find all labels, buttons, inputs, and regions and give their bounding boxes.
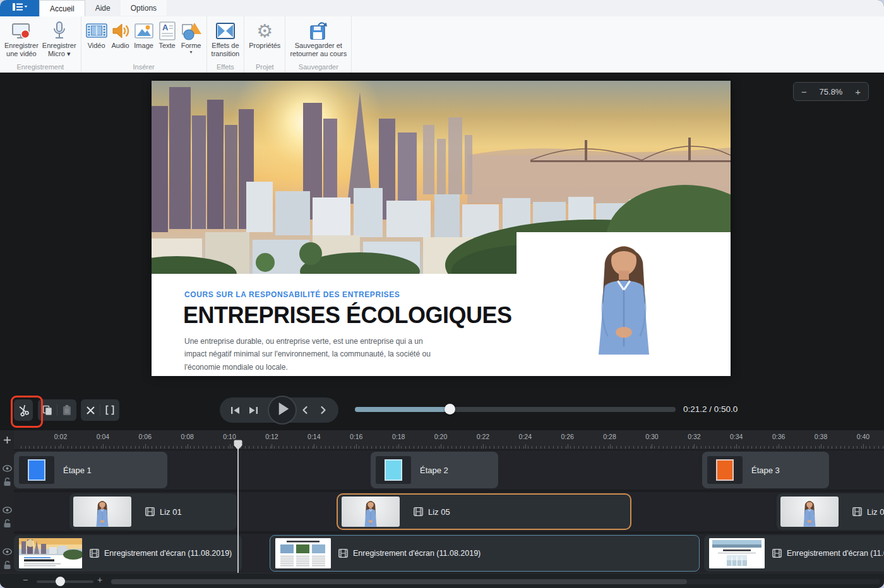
ribbon-button-label: Audio: [112, 42, 129, 50]
edit-group: [38, 399, 76, 421]
clips-layer: Étape 1Étape 2Étape 3 Liz 01 Liz 05 Liz …: [0, 430, 884, 573]
timeline-clip-liz-01[interactable]: Liz 01: [69, 493, 237, 530]
gear-icon: ⚙: [256, 20, 273, 42]
ribbon-button-enregistrer-une-vid-o[interactable]: Enregistrerune vidéo: [3, 18, 40, 58]
slide-preview[interactable]: COURS SUR LA RESPONSABILITÉ DES ENTREPRI…: [152, 81, 731, 376]
ribbon-group-label: Effets: [210, 62, 242, 73]
ribbon-group-sauvegarder: Sauvegarder etretourner au coursSauvegar…: [285, 16, 352, 73]
ribbon-button-vid-o[interactable]: Vidéo: [84, 18, 109, 50]
clip-thumbnail-screen: [19, 538, 82, 568]
film-strip-icon: [86, 20, 107, 42]
play-button[interactable]: [268, 396, 297, 425]
film-icon: [145, 507, 155, 516]
timeline-clip--tape-3[interactable]: Étape 3: [702, 452, 829, 488]
ribbon-button-enregistrer-micro[interactable]: EnregistrerMicro ▾: [40, 18, 78, 58]
timeline-zoom-in-button[interactable]: +: [97, 575, 102, 585]
edit-group: [81, 399, 119, 421]
clip-thumbnail-presenter: [342, 497, 400, 527]
timeline-clip-liz-05[interactable]: Liz 05: [337, 493, 631, 530]
ribbon-group-projet: ⚙PropriétésProjet: [244, 16, 285, 73]
film-icon: [414, 507, 423, 516]
ribbon-button-label: Vidéo: [88, 42, 105, 50]
app-menu-button[interactable]: [0, 0, 39, 16]
seek-bar[interactable]: [355, 407, 676, 412]
save-return-icon: [308, 20, 329, 42]
ribbon-button-audio[interactable]: Audio: [109, 18, 132, 50]
shape-icon: [181, 20, 202, 42]
ribbon-group-label: Sauvegarder: [288, 62, 349, 73]
clip-thumbnail: [707, 456, 743, 484]
shape-color-swatch: [385, 459, 402, 481]
ribbon-button-texte[interactable]: ATexte: [156, 18, 179, 50]
ribbon: Enregistrerune vidéoEnregistrerMicro ▾En…: [0, 16, 884, 73]
clip-label: Étape 1: [63, 466, 92, 475]
copy-button[interactable]: [38, 399, 57, 421]
clip-thumbnail-screen: [275, 538, 331, 568]
app-menu-icon: [12, 3, 27, 14]
timeline-clip-enregistrement-d-cran-11-08-2019-[interactable]: Enregistrement d'écran (11.08.2019): [270, 535, 700, 572]
ribbon-group-effets: Effets detransitionEffets: [207, 16, 245, 73]
ribbon-group-insérer: VidéoAudioImageATexteForme▾Insérer: [81, 16, 207, 73]
slide-eyebrow-text: COURS SUR LA RESPONSABILITÉ DES ENTREPRI…: [184, 290, 400, 299]
film-icon: [90, 549, 99, 558]
clip-label: Étape 3: [751, 466, 780, 475]
ribbon-button-effets-de-transition[interactable]: Effets detransition: [210, 18, 242, 58]
timeline-clip-enregistrement-d-cran-11-08-2019-[interactable]: Enregistrement d'écran (11.08.2019): [14, 535, 242, 572]
ribbon-button-label: Texte: [158, 42, 175, 50]
ribbon-button-label: Image: [134, 42, 153, 50]
film-icon: [338, 549, 348, 558]
timeline-clip-liz-06[interactable]: Liz 06: [777, 493, 884, 530]
presenter-image: [573, 233, 674, 376]
timeline-zoom-slider[interactable]: [37, 580, 93, 583]
timeline-clip--tape-2[interactable]: Étape 2: [371, 452, 498, 488]
timeline-clip-enregistrement-d-cran-11-08-2019-[interactable]: Enregistrement d'écran (11.08.2019): [704, 535, 884, 572]
zoom-in-button[interactable]: +: [855, 86, 861, 97]
svg-text:A: A: [162, 23, 169, 32]
timeline: 0:020:040:060:080:100:120:140:160:180:20…: [0, 430, 884, 573]
skip-start-button[interactable]: [226, 401, 244, 419]
paste-button[interactable]: [57, 399, 76, 421]
slide-title-text: ENTREPRISES ÉCOLOGIQUES: [183, 302, 512, 329]
ribbon-button-image[interactable]: Image: [132, 18, 156, 50]
timeline-zoom-bar: − +: [0, 573, 884, 588]
ribbon-button-propri-t-s[interactable]: ⚙Propriétés: [247, 18, 282, 50]
ribbon-button-label: Effets detransition: [212, 42, 240, 58]
timeline-scrollbar-thumb[interactable]: [111, 579, 687, 584]
zoom-out-button[interactable]: −: [801, 86, 807, 97]
tab-aide[interactable]: Aide: [85, 0, 121, 16]
seek-bar-knob[interactable]: [445, 404, 455, 415]
clip-label: Étape 2: [420, 466, 448, 475]
timeline-zoom-knob[interactable]: [56, 577, 65, 586]
speaker-icon: [111, 20, 130, 42]
editor-stage: COURS SUR LA RESPONSABILITÉ DES ENTREPRI…: [0, 73, 884, 430]
prev-frame-button[interactable]: [296, 401, 314, 419]
shape-color-swatch: [716, 459, 734, 481]
tab-accueil[interactable]: Accueil: [39, 0, 85, 16]
cut-button[interactable]: [14, 399, 33, 421]
ribbon-button-label: EnregistrerMicro ▾: [42, 42, 76, 58]
trim-button[interactable]: [100, 399, 119, 421]
ribbon-button-label: Sauvegarder etretourner au cours: [290, 42, 347, 58]
delete-button[interactable]: [81, 399, 100, 421]
timeline-zoom-out-button[interactable]: −: [23, 575, 28, 585]
play-icon: [276, 403, 289, 418]
record-video-icon: [11, 20, 32, 42]
microphone-icon: [49, 20, 69, 42]
clip-label: Liz 01: [160, 507, 182, 517]
timeline-scrollbar[interactable]: [111, 579, 880, 584]
timeline-clip--tape-1[interactable]: Étape 1: [14, 452, 167, 488]
clip-label: Enregistrement d'écran (11.08.2019): [104, 549, 232, 558]
ribbon-button-label: Forme▾: [181, 42, 201, 55]
zoom-level-value: 75.8%: [820, 87, 843, 97]
next-frame-button[interactable]: [314, 401, 332, 419]
shape-color-swatch: [28, 459, 45, 481]
picture-icon: [134, 20, 154, 42]
ribbon-button-sauvegarder-et-retourner-au-cours[interactable]: Sauvegarder etretourner au cours: [288, 18, 349, 58]
ribbon-button-forme[interactable]: Forme▾: [179, 18, 204, 55]
skip-end-button[interactable]: [245, 401, 263, 419]
tab-options[interactable]: Options: [121, 0, 167, 16]
title-bar: AccueilAideOptions: [0, 0, 884, 17]
clip-thumbnail: [376, 456, 411, 484]
ribbon-group-enregistrement: Enregistrerune vidéoEnregistrerMicro ▾En…: [0, 16, 81, 73]
edit-group: [14, 399, 33, 421]
